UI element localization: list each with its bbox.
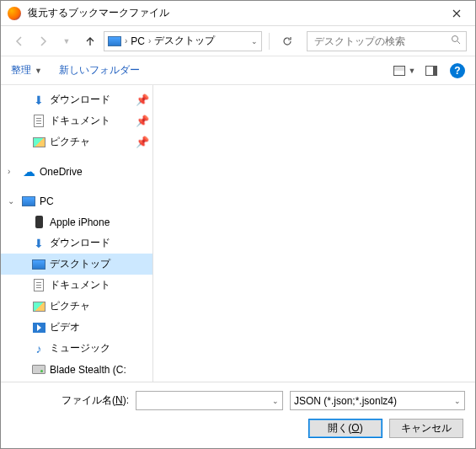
chevron-down-icon[interactable]: ⌄ <box>251 37 258 45</box>
file-open-dialog: 復元するブックマークファイル ▼ › PC › デスクトップ ⌄ 整理▼ 新しい… <box>0 0 476 449</box>
cloud-icon: ☁ <box>22 165 35 179</box>
dialog-footer: ファイル名(N): ⌄ JSON (*.json;*.jsonlz4)⌄ 開く(… <box>1 382 475 448</box>
pictures-icon <box>32 300 45 313</box>
toolbar: 整理▼ 新しいフォルダー ▼ ? <box>1 56 475 85</box>
up-button[interactable] <box>80 31 100 51</box>
address-breadcrumb[interactable]: › PC › デスクトップ ⌄ <box>104 31 262 51</box>
phone-icon <box>32 216 45 229</box>
cancel-button[interactable]: キャンセル <box>389 419 463 438</box>
filetype-select[interactable]: JSON (*.json;*.jsonlz4)⌄ <box>290 391 465 410</box>
expand-icon[interactable]: › <box>8 167 18 176</box>
chevron-right-icon: › <box>125 36 127 45</box>
tree-item-videos[interactable]: ビデオ <box>1 317 152 338</box>
refresh-icon <box>281 35 293 47</box>
refresh-button[interactable] <box>276 31 298 51</box>
organize-menu[interactable]: 整理▼ <box>11 63 42 78</box>
tree-item-quick-pictures[interactable]: ピクチャ📌 <box>1 131 152 152</box>
drive-icon <box>32 363 45 377</box>
chevron-down-icon: ▼ <box>409 67 416 75</box>
search-icon <box>451 35 461 47</box>
separator <box>269 33 270 50</box>
forward-button[interactable] <box>33 31 53 51</box>
breadcrumb-pc[interactable]: PC <box>131 35 145 47</box>
nav-bar: ▼ › PC › デスクトップ ⌄ <box>1 26 475 56</box>
pictures-icon <box>32 136 45 149</box>
file-list[interactable] <box>152 85 475 382</box>
tree-item-quick-downloads[interactable]: ⬇ダウンロード📌 <box>1 89 152 110</box>
music-icon: ♪ <box>32 342 45 355</box>
dialog-body: ⬇ダウンロード📌 ドキュメント📌 ピクチャ📌 ›☁OneDrive ⌄PC Ap… <box>1 85 475 382</box>
breadcrumb-current[interactable]: デスクトップ <box>154 34 215 48</box>
pc-icon <box>108 36 121 46</box>
help-icon: ? <box>454 65 460 77</box>
tree-item-music[interactable]: ♪ミュージック <box>1 338 152 359</box>
arrow-up-icon <box>84 35 96 47</box>
back-button[interactable] <box>9 31 29 51</box>
new-folder-button[interactable]: 新しいフォルダー <box>59 63 140 78</box>
video-icon <box>32 321 45 334</box>
tree-item-downloads[interactable]: ⬇ダウンロード <box>1 233 152 254</box>
title-bar: 復元するブックマークファイル <box>1 1 475 26</box>
help-button[interactable]: ? <box>450 63 465 78</box>
tree-item-drive-c[interactable]: Blade Stealth (C: <box>1 359 152 380</box>
document-icon <box>32 115 45 128</box>
tree-item-onedrive[interactable]: ›☁OneDrive <box>1 161 152 182</box>
search-box[interactable] <box>307 31 467 51</box>
download-icon: ⬇ <box>32 237 45 250</box>
view-mode-button[interactable]: ▼ <box>393 61 416 81</box>
pin-icon: 📌 <box>136 136 149 148</box>
window-title: 復元するブックマークファイル <box>28 6 437 20</box>
view-icon <box>393 66 405 76</box>
arrow-left-icon <box>13 35 25 47</box>
svg-point-0 <box>452 36 458 42</box>
chevron-down-icon: ⌄ <box>454 397 461 405</box>
close-icon <box>452 9 461 18</box>
tree-item-pc[interactable]: ⌄PC <box>1 190 152 211</box>
filename-input[interactable]: ⌄ <box>136 391 283 410</box>
document-icon <box>32 279 45 292</box>
collapse-icon[interactable]: ⌄ <box>8 196 18 206</box>
tree-item-pictures[interactable]: ピクチャ <box>1 296 152 317</box>
firefox-icon <box>8 7 21 20</box>
search-input[interactable] <box>313 35 451 48</box>
pane-icon <box>425 66 437 76</box>
desktop-icon <box>32 258 45 271</box>
preview-pane-button[interactable] <box>420 61 443 81</box>
pc-icon <box>22 195 35 208</box>
chevron-down-icon: ▼ <box>63 37 71 45</box>
filename-label: ファイル名(N): <box>11 393 129 408</box>
folder-tree[interactable]: ⬇ダウンロード📌 ドキュメント📌 ピクチャ📌 ›☁OneDrive ⌄PC Ap… <box>1 85 152 382</box>
pin-icon: 📌 <box>136 94 149 106</box>
tree-item-iphone[interactable]: Apple iPhone <box>1 211 152 233</box>
tree-item-desktop[interactable]: デスクトップ <box>1 254 152 275</box>
download-icon: ⬇ <box>32 94 45 107</box>
chevron-down-icon: ▼ <box>35 67 42 75</box>
pin-icon: 📌 <box>136 115 149 127</box>
close-button[interactable] <box>437 1 475 26</box>
tree-item-documents[interactable]: ドキュメント <box>1 275 152 296</box>
chevron-down-icon[interactable]: ⌄ <box>272 397 279 405</box>
chevron-right-icon: › <box>148 36 151 45</box>
open-button[interactable]: 開く(O) <box>308 419 382 438</box>
recent-dropdown[interactable]: ▼ <box>56 31 77 51</box>
tree-item-quick-documents[interactable]: ドキュメント📌 <box>1 110 152 131</box>
arrow-right-icon <box>37 35 49 47</box>
